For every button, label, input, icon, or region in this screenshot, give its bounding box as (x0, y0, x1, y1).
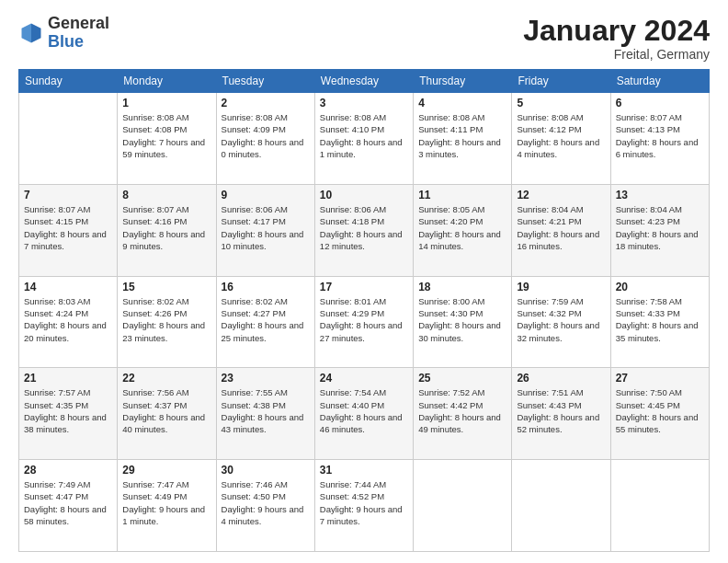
day-number: 2 (222, 97, 310, 109)
day-info: Sunrise: 8:08 AM Sunset: 4:08 PM Dayligh… (122, 111, 210, 160)
table-row: 26Sunrise: 7:51 AM Sunset: 4:43 PM Dayli… (512, 368, 610, 460)
day-info: Sunrise: 8:08 AM Sunset: 4:10 PM Dayligh… (320, 111, 408, 160)
day-info: Sunrise: 8:00 AM Sunset: 4:30 PM Dayligh… (418, 295, 506, 344)
table-row (512, 460, 610, 552)
calendar-week-row: 1Sunrise: 8:08 AM Sunset: 4:08 PM Daylig… (19, 93, 710, 185)
logo-blue: Blue (48, 32, 84, 51)
table-row: 8Sunrise: 8:07 AM Sunset: 4:16 PM Daylig… (118, 184, 216, 276)
day-number: 30 (222, 464, 310, 477)
table-row: 18Sunrise: 8:00 AM Sunset: 4:30 PM Dayli… (414, 276, 512, 368)
day-info: Sunrise: 8:07 AM Sunset: 4:15 PM Dayligh… (24, 203, 112, 252)
day-info: Sunrise: 7:58 AM Sunset: 4:33 PM Dayligh… (616, 295, 704, 344)
day-info: Sunrise: 8:07 AM Sunset: 4:13 PM Dayligh… (616, 111, 704, 160)
day-number: 21 (24, 372, 112, 385)
table-row: 25Sunrise: 7:52 AM Sunset: 4:42 PM Dayli… (414, 368, 512, 460)
day-info: Sunrise: 8:08 AM Sunset: 4:11 PM Dayligh… (418, 111, 506, 160)
col-wednesday: Wednesday (314, 70, 413, 93)
table-row: 7Sunrise: 8:07 AM Sunset: 4:15 PM Daylig… (19, 184, 118, 276)
day-info: Sunrise: 7:50 AM Sunset: 4:45 PM Dayligh… (616, 386, 704, 435)
day-info: Sunrise: 8:08 AM Sunset: 4:12 PM Dayligh… (517, 111, 605, 160)
day-info: Sunrise: 7:51 AM Sunset: 4:43 PM Dayligh… (517, 386, 605, 435)
day-number: 14 (24, 281, 112, 293)
table-row: 27Sunrise: 7:50 AM Sunset: 4:45 PM Dayli… (610, 368, 709, 460)
table-row: 4Sunrise: 8:08 AM Sunset: 4:11 PM Daylig… (414, 93, 512, 185)
day-info: Sunrise: 8:01 AM Sunset: 4:29 PM Dayligh… (320, 295, 408, 344)
logo-text: General Blue (48, 15, 109, 52)
table-row: 13Sunrise: 8:04 AM Sunset: 4:23 PM Dayli… (610, 184, 709, 276)
day-info: Sunrise: 7:49 AM Sunset: 4:47 PM Dayligh… (24, 478, 112, 527)
table-row: 10Sunrise: 8:06 AM Sunset: 4:18 PM Dayli… (314, 184, 413, 276)
day-info: Sunrise: 8:03 AM Sunset: 4:24 PM Dayligh… (24, 295, 112, 344)
day-number: 5 (517, 97, 605, 109)
day-number: 29 (122, 464, 210, 477)
table-row: 21Sunrise: 7:57 AM Sunset: 4:35 PM Dayli… (19, 368, 118, 460)
day-info: Sunrise: 8:04 AM Sunset: 4:23 PM Dayligh… (616, 203, 704, 252)
day-number: 6 (616, 97, 704, 109)
table-row: 15Sunrise: 8:02 AM Sunset: 4:26 PM Dayli… (118, 276, 216, 368)
day-number: 23 (222, 372, 310, 385)
day-number: 20 (616, 281, 704, 293)
calendar-header-row: Sunday Monday Tuesday Wednesday Thursday… (19, 70, 710, 93)
table-row: 20Sunrise: 7:58 AM Sunset: 4:33 PM Dayli… (610, 276, 709, 368)
day-number: 25 (418, 372, 506, 385)
title-block: January 2024 Freital, Germany (523, 15, 710, 62)
calendar-week-row: 21Sunrise: 7:57 AM Sunset: 4:35 PM Dayli… (19, 368, 710, 460)
day-info: Sunrise: 8:06 AM Sunset: 4:18 PM Dayligh… (320, 203, 408, 252)
day-number: 22 (122, 372, 210, 385)
day-number: 17 (320, 281, 408, 293)
day-number: 27 (616, 372, 704, 385)
day-number: 9 (222, 189, 310, 201)
header: General Blue January 2024 Freital, Germa… (18, 15, 710, 62)
logo-icon (18, 20, 44, 46)
calendar-week-row: 14Sunrise: 8:03 AM Sunset: 4:24 PM Dayli… (19, 276, 710, 368)
day-info: Sunrise: 8:06 AM Sunset: 4:17 PM Dayligh… (222, 203, 310, 252)
day-number: 8 (122, 189, 210, 201)
col-tuesday: Tuesday (216, 70, 314, 93)
table-row (414, 460, 512, 552)
table-row: 2Sunrise: 8:08 AM Sunset: 4:09 PM Daylig… (216, 93, 314, 185)
day-info: Sunrise: 7:56 AM Sunset: 4:37 PM Dayligh… (122, 386, 210, 435)
day-number: 31 (320, 464, 408, 477)
table-row (19, 93, 118, 185)
calendar-table: Sunday Monday Tuesday Wednesday Thursday… (18, 69, 710, 552)
day-info: Sunrise: 8:08 AM Sunset: 4:09 PM Dayligh… (222, 111, 310, 160)
table-row: 31Sunrise: 7:44 AM Sunset: 4:52 PM Dayli… (314, 460, 413, 552)
day-info: Sunrise: 8:02 AM Sunset: 4:27 PM Dayligh… (222, 295, 310, 344)
day-info: Sunrise: 8:05 AM Sunset: 4:20 PM Dayligh… (418, 203, 506, 252)
table-row: 29Sunrise: 7:47 AM Sunset: 4:49 PM Dayli… (118, 460, 216, 552)
page: General Blue January 2024 Freital, Germa… (0, 0, 728, 563)
table-row: 24Sunrise: 7:54 AM Sunset: 4:40 PM Dayli… (314, 368, 413, 460)
day-info: Sunrise: 7:46 AM Sunset: 4:50 PM Dayligh… (222, 478, 310, 527)
day-number: 19 (517, 281, 605, 293)
day-number: 13 (616, 189, 704, 201)
location-subtitle: Freital, Germany (523, 47, 710, 62)
day-info: Sunrise: 8:04 AM Sunset: 4:21 PM Dayligh… (517, 203, 605, 252)
table-row: 28Sunrise: 7:49 AM Sunset: 4:47 PM Dayli… (19, 460, 118, 552)
day-number: 26 (517, 372, 605, 385)
day-info: Sunrise: 8:02 AM Sunset: 4:26 PM Dayligh… (122, 295, 210, 344)
table-row: 14Sunrise: 8:03 AM Sunset: 4:24 PM Dayli… (19, 276, 118, 368)
table-row: 9Sunrise: 8:06 AM Sunset: 4:17 PM Daylig… (216, 184, 314, 276)
day-number: 24 (320, 372, 408, 385)
day-number: 1 (122, 97, 210, 109)
col-thursday: Thursday (414, 70, 512, 93)
day-info: Sunrise: 7:44 AM Sunset: 4:52 PM Dayligh… (320, 478, 408, 527)
col-saturday: Saturday (610, 70, 709, 93)
calendar-week-row: 28Sunrise: 7:49 AM Sunset: 4:47 PM Dayli… (19, 460, 710, 552)
month-title: January 2024 (523, 15, 710, 47)
col-sunday: Sunday (19, 70, 118, 93)
day-info: Sunrise: 8:07 AM Sunset: 4:16 PM Dayligh… (122, 203, 210, 252)
table-row: 11Sunrise: 8:05 AM Sunset: 4:20 PM Dayli… (414, 184, 512, 276)
day-number: 16 (222, 281, 310, 293)
table-row: 1Sunrise: 8:08 AM Sunset: 4:08 PM Daylig… (118, 93, 216, 185)
table-row: 6Sunrise: 8:07 AM Sunset: 4:13 PM Daylig… (610, 93, 709, 185)
table-row: 3Sunrise: 8:08 AM Sunset: 4:10 PM Daylig… (314, 93, 413, 185)
day-number: 12 (517, 189, 605, 201)
table-row: 5Sunrise: 8:08 AM Sunset: 4:12 PM Daylig… (512, 93, 610, 185)
table-row: 22Sunrise: 7:56 AM Sunset: 4:37 PM Dayli… (118, 368, 216, 460)
logo: General Blue (18, 15, 109, 52)
day-number: 3 (320, 97, 408, 109)
day-number: 15 (122, 281, 210, 293)
day-number: 18 (418, 281, 506, 293)
table-row: 16Sunrise: 8:02 AM Sunset: 4:27 PM Dayli… (216, 276, 314, 368)
